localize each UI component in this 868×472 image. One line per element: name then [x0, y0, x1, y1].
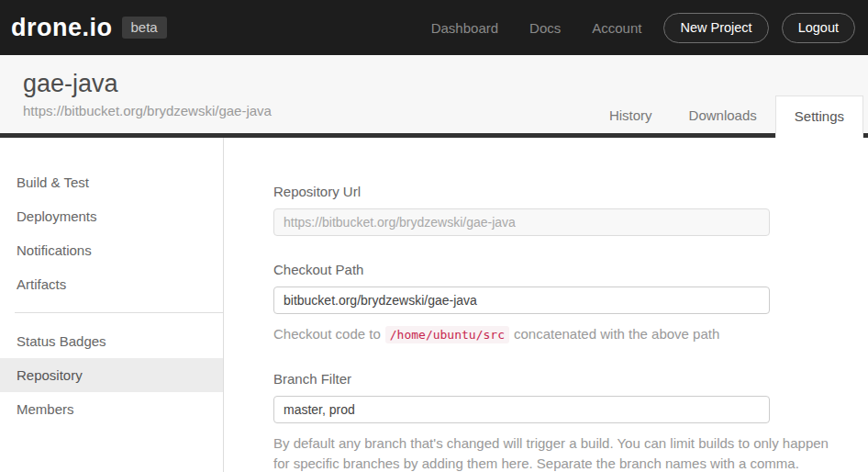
repository-url-label: Repository Url	[273, 184, 831, 199]
checkout-path-label: Checkout Path	[273, 262, 831, 277]
settings-sidebar: Build & Test Deployments Notifications A…	[0, 138, 223, 472]
nav-link-account[interactable]: Account	[583, 20, 651, 36]
drone-logo[interactable]: drone.io	[11, 14, 113, 42]
branch-filter-help: By default any branch that's changed wil…	[273, 433, 831, 472]
sidebar-item-status-badges[interactable]: Status Badges	[0, 324, 223, 358]
header-tabs: History Downloads Settings	[591, 96, 863, 138]
logout-button[interactable]: Logout	[782, 13, 855, 43]
beta-badge: beta	[122, 17, 167, 39]
checkout-path-input[interactable]	[273, 287, 770, 314]
navbar: drone.io beta Dashboard Docs Account New…	[0, 0, 868, 55]
tab-downloads[interactable]: Downloads	[671, 96, 775, 138]
branch-filter-group: Branch Filter By default any branch that…	[273, 371, 831, 472]
nav-link-docs[interactable]: Docs	[520, 20, 570, 36]
checkout-help-suffix: concatenated with the above path	[514, 326, 719, 342]
sidebar-item-build-test[interactable]: Build & Test	[0, 165, 223, 199]
page-title: gae-java	[23, 70, 868, 98]
checkout-help-prefix: Checkout code to	[273, 326, 381, 342]
sidebar-item-repository[interactable]: Repository	[0, 358, 223, 392]
tab-history[interactable]: History	[591, 96, 671, 138]
sidebar-item-deployments[interactable]: Deployments	[0, 199, 223, 233]
logo-wrap: drone.io beta	[11, 14, 167, 42]
tab-settings[interactable]: Settings	[775, 96, 863, 138]
checkout-path-group: Checkout Path Checkout code to/home/ubun…	[273, 262, 831, 345]
repository-url-input	[273, 208, 770, 236]
navbar-right: Dashboard Docs Account New Project Logou…	[422, 13, 855, 43]
checkout-path-code: /home/ubuntu/src	[385, 326, 509, 343]
sidebar-item-notifications[interactable]: Notifications	[0, 233, 223, 267]
repository-url-group: Repository Url	[273, 184, 831, 236]
sidebar-item-artifacts[interactable]: Artifacts	[0, 267, 223, 301]
branch-filter-label: Branch Filter	[273, 371, 831, 387]
page-header: gae-java https://bitbucket.org/brydzewsk…	[0, 55, 868, 138]
checkout-path-help: Checkout code to/home/ubuntu/srcconcaten…	[273, 324, 831, 345]
branch-filter-input[interactable]	[273, 396, 770, 423]
sidebar-item-members[interactable]: Members	[0, 392, 223, 426]
new-project-button[interactable]: New Project	[663, 13, 768, 43]
content: Build & Test Deployments Notifications A…	[0, 138, 868, 472]
sidebar-divider	[15, 312, 223, 313]
nav-link-dashboard[interactable]: Dashboard	[422, 20, 507, 36]
repository-settings-form: Repository Url Checkout Path Checkout co…	[223, 138, 868, 472]
